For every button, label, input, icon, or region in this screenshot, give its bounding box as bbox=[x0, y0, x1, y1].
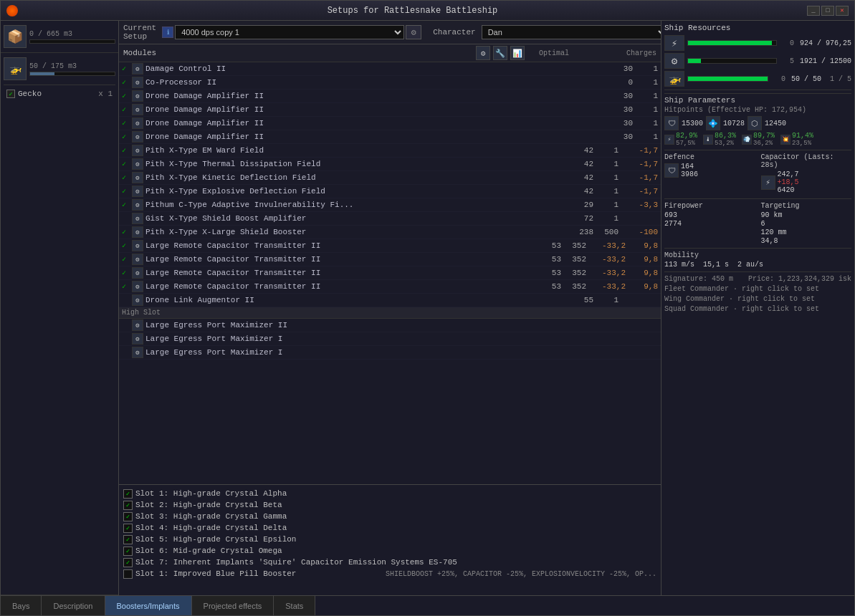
fire-target-row: Firepower 693 2774 Targeting 90 km 6 120… bbox=[664, 202, 851, 245]
wing-commander[interactable]: Wing Commander · right click to set bbox=[664, 295, 851, 303]
exp-icon: 💥 bbox=[780, 135, 790, 145]
table-row[interactable]: ✓⚙Drone Damage Amplifier II301 bbox=[119, 130, 661, 144]
list-item[interactable]: ✓Slot 3: High-grade Crystal Gamma bbox=[123, 511, 656, 522]
implant-checkbox[interactable]: ✓ bbox=[123, 558, 133, 567]
module-check[interactable]: ✓ bbox=[122, 282, 132, 291]
implant-checkbox[interactable] bbox=[123, 569, 133, 579]
module-check[interactable]: ✓ bbox=[122, 78, 132, 87]
squad-commander[interactable]: Squad Commander · right click to set bbox=[664, 305, 851, 313]
implant-checkbox[interactable]: ✓ bbox=[123, 535, 133, 544]
module-optimal: -33,2 bbox=[586, 282, 626, 291]
implant-checkbox[interactable]: ✓ bbox=[123, 512, 133, 521]
table-row[interactable]: ✓⚙Pith X-Type Thermal Dissipation Field4… bbox=[119, 158, 661, 171]
resource-num-3: 0 bbox=[771, 75, 785, 83]
implant-checkbox[interactable]: ✓ bbox=[123, 501, 133, 510]
module-icon-1[interactable]: ⚙ bbox=[476, 46, 490, 60]
table-row[interactable]: ✓⚙Pith X-Type Kinetic Deflection Field42… bbox=[119, 171, 661, 185]
resource-row-3: 🚁 0 50 / 50 1 / 5 bbox=[664, 71, 851, 87]
resource-bar-2 bbox=[687, 58, 777, 64]
tab-stats[interactable]: Stats bbox=[274, 596, 315, 615]
tab-description[interactable]: Description bbox=[42, 596, 105, 615]
tab-bays[interactable]: Bays bbox=[1, 596, 42, 615]
module-check[interactable]: ✓ bbox=[122, 119, 132, 127]
module-check[interactable]: ✓ bbox=[122, 105, 132, 114]
module-charges: 1 bbox=[593, 146, 618, 155]
module-check[interactable]: ✓ bbox=[122, 241, 132, 250]
module-check[interactable]: ✓ bbox=[122, 92, 132, 100]
resource-val-3: 50 / 50 bbox=[791, 75, 821, 83]
module-check[interactable]: ✓ bbox=[122, 133, 132, 141]
table-row[interactable]: ✓⚙Pith X-Type X-Large Shield Booster2385… bbox=[119, 226, 661, 239]
table-row[interactable]: ✓⚙Large Remote Capacitor Transmitter II5… bbox=[119, 266, 661, 280]
res2a: 86,3% bbox=[715, 132, 736, 140]
module-val: 72 bbox=[568, 214, 593, 223]
table-row[interactable]: ✓⚙Large Remote Capacitor Transmitter II5… bbox=[119, 239, 661, 253]
module-item-icon: ⚙ bbox=[132, 158, 143, 170]
implant-checkbox[interactable]: ✓ bbox=[123, 524, 133, 533]
module-icon-2[interactable]: 🔧 bbox=[493, 46, 507, 60]
drone-item[interactable]: ✓ Gecko x 1 bbox=[4, 88, 115, 100]
maximize-button[interactable]: □ bbox=[821, 6, 834, 16]
table-row[interactable]: ✓⚙Drone Damage Amplifier II301 bbox=[119, 90, 661, 103]
table-row[interactable]: ✓⚙Drone Damage Amplifier II301 bbox=[119, 117, 661, 130]
table-row[interactable]: ⚙Drone Link Augmentor II551 bbox=[119, 294, 661, 307]
module-item-icon: ⚙ bbox=[132, 319, 143, 331]
kin-icon: 💨 bbox=[742, 135, 752, 145]
cap1: 242,7 bbox=[778, 170, 799, 178]
module-item-icon: ⚙ bbox=[132, 199, 143, 211]
list-item[interactable]: ✓Slot 5: High-grade Crystal Epsilon bbox=[123, 534, 656, 545]
module-check[interactable]: ✓ bbox=[122, 160, 132, 168]
module-check[interactable]: ✓ bbox=[122, 228, 132, 236]
table-row[interactable]: ✓⚙Pithum C-Type Adaptive Invulnerability… bbox=[119, 198, 661, 212]
module-check[interactable]: ✓ bbox=[122, 255, 132, 264]
setup-select[interactable]: 4000 dps copy 1 bbox=[175, 25, 404, 39]
table-row[interactable]: ✓⚙Damage Control II301 bbox=[119, 62, 661, 76]
resource-num-1: 0 bbox=[780, 39, 794, 47]
list-item[interactable]: Slot 1: Improved Blue Pill BoosterSHIELD… bbox=[123, 568, 656, 579]
module-check[interactable]: ✓ bbox=[122, 269, 132, 277]
list-item[interactable]: ✓Slot 4: High-grade Crystal Delta bbox=[123, 522, 656, 534]
table-row[interactable]: ⚙Large Egress Port Maximizer I bbox=[119, 332, 661, 346]
module-icon-3[interactable]: 📊 bbox=[510, 46, 525, 60]
tab-projected-effects[interactable]: Projected effects bbox=[192, 596, 274, 615]
module-name: Large Remote Capacitor Transmitter II bbox=[145, 282, 536, 291]
module-check[interactable]: ✓ bbox=[122, 201, 132, 209]
fire2: 2774 bbox=[664, 220, 755, 228]
implant-checkbox[interactable]: ✓ bbox=[123, 489, 133, 499]
drone-checkbox[interactable]: ✓ bbox=[6, 90, 15, 98]
table-row[interactable]: ✓⚙Large Remote Capacitor Transmitter II5… bbox=[119, 280, 661, 294]
modules-list[interactable]: ✓⚙Damage Control II301✓⚙Co-Processor II0… bbox=[119, 62, 661, 484]
table-row[interactable]: ⚙Large Egress Port Maximizer II bbox=[119, 319, 661, 332]
module-check[interactable]: ✓ bbox=[122, 173, 132, 182]
minimize-button[interactable]: _ bbox=[807, 6, 820, 16]
tab-boosters-implants[interactable]: Boosters/Implants bbox=[105, 596, 192, 615]
fleet-commander[interactable]: Fleet Commander · right click to set bbox=[664, 285, 851, 293]
table-row[interactable]: ✓⚙Pith X-Type EM Ward Field421-1,7 bbox=[119, 144, 661, 158]
module-check[interactable]: ✓ bbox=[122, 187, 132, 196]
target3: 120 mm bbox=[761, 228, 852, 236]
table-row[interactable]: ✓⚙Co-Processor II01 bbox=[119, 76, 661, 90]
list-item[interactable]: ✓Slot 1: High-grade Crystal Alpha bbox=[123, 488, 656, 499]
hitpoints-label: Hitpoints (Effective HP: 172,954) bbox=[664, 106, 851, 114]
list-item[interactable]: ✓Slot 6: Mid-grade Crystal Omega bbox=[123, 545, 656, 557]
module-charges: 352 bbox=[561, 241, 586, 250]
resource-bar-fill-3 bbox=[688, 77, 768, 81]
table-row[interactable]: ✓⚙Large Remote Capacitor Transmitter II5… bbox=[119, 253, 661, 266]
module-check[interactable]: ✓ bbox=[122, 64, 132, 73]
firepower-title: Firepower bbox=[664, 202, 755, 210]
resource-row-1: ⚡ 0 924 / 976,25 bbox=[664, 35, 851, 51]
close-button[interactable]: ✕ bbox=[836, 6, 849, 16]
table-row[interactable]: ⚙Gist X-Type Shield Boost Amplifier721 bbox=[119, 212, 661, 226]
module-charges: 352 bbox=[561, 282, 586, 291]
table-row[interactable]: ✓⚙Drone Damage Amplifier II301 bbox=[119, 103, 661, 117]
char-select[interactable]: Dan bbox=[482, 25, 661, 39]
list-item[interactable]: ✓Slot 2: High-grade Crystal Beta bbox=[123, 499, 656, 511]
implant-checkbox[interactable]: ✓ bbox=[123, 547, 133, 556]
table-row[interactable]: ✓⚙Pith X-Type Explosive Deflection Field… bbox=[119, 185, 661, 198]
list-item[interactable]: ✓Slot 7: Inherent Implants 'Squire' Capa… bbox=[123, 557, 656, 568]
module-val: 53 bbox=[536, 241, 561, 250]
module-check[interactable]: ✓ bbox=[122, 146, 132, 155]
setup-menu-btn[interactable]: ⚙ bbox=[406, 25, 421, 39]
module-charges: 500 bbox=[593, 228, 618, 236]
table-row[interactable]: ⚙Large Egress Port Maximizer I bbox=[119, 346, 661, 360]
